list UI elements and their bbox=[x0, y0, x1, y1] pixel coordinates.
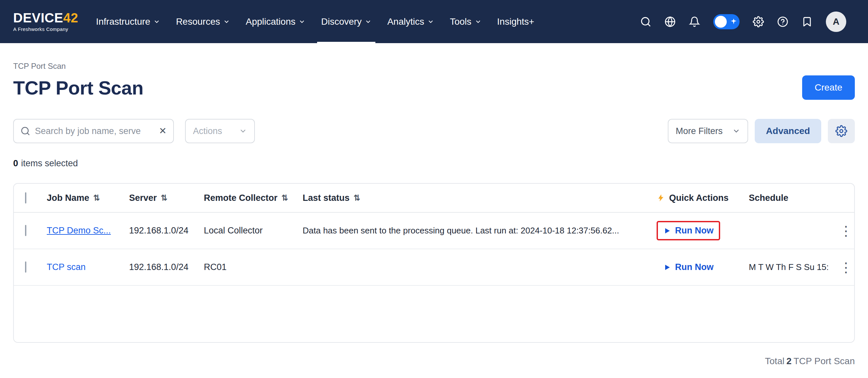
row-cell-schedule: M T W Th F S Su 15: bbox=[749, 262, 838, 272]
nav-item-label: Resources bbox=[176, 17, 220, 27]
column-label: Schedule bbox=[749, 193, 788, 203]
chevron-down-icon bbox=[732, 127, 740, 135]
header-cell-checkbox bbox=[14, 193, 47, 203]
column-label: Job Name bbox=[47, 193, 89, 203]
nav-item-label: Tools bbox=[450, 17, 471, 27]
search-icon bbox=[21, 126, 30, 136]
actions-dropdown-label: Actions bbox=[193, 126, 222, 136]
chevron-down-icon bbox=[239, 127, 247, 135]
brand-name-text: DEVICE bbox=[13, 10, 63, 25]
column-label: Server bbox=[129, 193, 157, 203]
search-icon[interactable] bbox=[640, 16, 651, 27]
kebab-menu-icon[interactable]: ⋮ bbox=[838, 224, 854, 238]
row-cell-job-name: TCP Demo Sc... bbox=[47, 225, 129, 236]
header-cell-remote-collector[interactable]: Remote Collector ⇅ bbox=[204, 193, 303, 203]
play-icon bbox=[663, 227, 671, 235]
row-checkbox[interactable] bbox=[25, 225, 26, 236]
header-cell-quick-actions: Quick Actions bbox=[657, 193, 749, 203]
row-checkbox[interactable] bbox=[25, 261, 26, 273]
table-header-row: Job Name ⇅ Server ⇅ Remote Collector ⇅ L… bbox=[14, 184, 854, 213]
sort-icon[interactable]: ⇅ bbox=[354, 193, 360, 202]
gear-icon[interactable] bbox=[753, 16, 764, 27]
advanced-button[interactable]: Advanced bbox=[755, 119, 821, 143]
help-icon[interactable] bbox=[777, 16, 788, 27]
row-cell-job-name: TCP scan bbox=[47, 262, 129, 272]
sun-icon bbox=[731, 18, 737, 25]
nav-item-infrastructure[interactable]: Infrastructure bbox=[88, 0, 168, 43]
total-label: Total bbox=[765, 356, 784, 366]
bell-icon[interactable] bbox=[689, 16, 700, 27]
chevron-down-icon bbox=[427, 19, 434, 25]
brand-tagline: A Freshworks Company bbox=[13, 26, 78, 32]
job-name-link[interactable]: TCP scan bbox=[47, 262, 86, 272]
nav-item-discovery[interactable]: Discovery bbox=[313, 0, 379, 43]
toolbar: ✕ Actions More Filters Advanced bbox=[13, 119, 855, 143]
search-box[interactable]: ✕ bbox=[13, 119, 174, 143]
main-nav: Infrastructure Resources Applications Di… bbox=[88, 0, 542, 43]
brand-name: DEVICE42 bbox=[13, 11, 78, 24]
row-cell-checkbox bbox=[14, 225, 47, 236]
header-cell-schedule: Schedule bbox=[749, 193, 838, 203]
actions-dropdown[interactable]: Actions bbox=[185, 119, 255, 143]
chevron-down-icon bbox=[365, 19, 371, 25]
lightning-icon bbox=[657, 194, 665, 202]
row-cell-last-status: Data has been sent to the processing que… bbox=[303, 225, 657, 236]
breadcrumb[interactable]: TCP Port Scan bbox=[13, 62, 855, 71]
page-header: TCP Port Scan Create bbox=[13, 75, 855, 100]
table-row: TCP Demo Sc... 192.168.1.0/24 Local Coll… bbox=[14, 213, 854, 249]
globe-icon[interactable] bbox=[664, 16, 676, 27]
header-cell-server[interactable]: Server ⇅ bbox=[129, 193, 204, 203]
kebab-menu-icon[interactable]: ⋮ bbox=[838, 261, 854, 274]
total-count: 2 bbox=[786, 356, 792, 366]
sort-icon[interactable]: ⇅ bbox=[282, 193, 288, 202]
page-title: TCP Port Scan bbox=[13, 77, 143, 99]
run-now-button[interactable]: Run Now bbox=[663, 262, 714, 272]
nav-item-insights[interactable]: Insights+ bbox=[489, 0, 542, 43]
sort-icon[interactable]: ⇅ bbox=[93, 193, 100, 202]
more-filters-dropdown[interactable]: More Filters bbox=[668, 119, 748, 143]
highlight-box: Run Now bbox=[657, 221, 720, 240]
chevron-down-icon bbox=[299, 19, 305, 25]
nav-item-tools[interactable]: Tools bbox=[442, 0, 489, 43]
nav-item-label: Applications bbox=[246, 17, 296, 27]
job-name-link[interactable]: TCP Demo Sc... bbox=[47, 225, 111, 235]
table-total: Total2TCP Port Scan bbox=[13, 356, 855, 367]
nav-item-analytics[interactable]: Analytics bbox=[379, 0, 442, 43]
create-button[interactable]: Create bbox=[802, 75, 855, 100]
play-icon bbox=[663, 263, 671, 271]
more-filters-label: More Filters bbox=[676, 126, 723, 136]
row-cell-quick-actions: Run Now bbox=[657, 221, 749, 240]
brand-logo[interactable]: DEVICE42 A Freshworks Company bbox=[13, 11, 78, 32]
navbar-icons: A bbox=[640, 0, 846, 43]
nav-item-label: Analytics bbox=[387, 17, 424, 27]
row-cell-server: 192.168.1.0/24 bbox=[129, 225, 204, 236]
sort-icon[interactable]: ⇅ bbox=[161, 193, 167, 202]
nav-item-applications[interactable]: Applications bbox=[238, 0, 313, 43]
row-cell-remote-collector: Local Collector bbox=[204, 225, 303, 236]
column-label: Last status bbox=[303, 193, 350, 203]
run-now-wrapper: Run Now bbox=[657, 257, 720, 277]
nav-item-resources[interactable]: Resources bbox=[168, 0, 238, 43]
bookmark-icon[interactable] bbox=[802, 16, 813, 27]
top-navbar: DEVICE42 A Freshworks Company Infrastruc… bbox=[0, 0, 868, 43]
select-all-checkbox[interactable] bbox=[25, 192, 26, 203]
table-settings-button[interactable] bbox=[828, 119, 855, 143]
theme-toggle[interactable] bbox=[713, 14, 740, 29]
search-input[interactable] bbox=[35, 126, 154, 136]
selection-info: 0items selected bbox=[13, 158, 855, 168]
nav-item-label: Insights+ bbox=[497, 17, 534, 27]
clear-search-icon[interactable]: ✕ bbox=[159, 126, 166, 136]
nav-item-label: Infrastructure bbox=[96, 17, 150, 27]
avatar[interactable]: A bbox=[826, 11, 846, 32]
header-cell-job-name[interactable]: Job Name ⇅ bbox=[47, 193, 129, 203]
selected-suffix: items selected bbox=[21, 158, 78, 168]
header-cell-last-status[interactable]: Last status ⇅ bbox=[303, 193, 657, 203]
chevron-down-icon bbox=[223, 19, 230, 25]
run-now-button[interactable]: Run Now bbox=[663, 225, 714, 236]
total-suffix: TCP Port Scan bbox=[794, 356, 855, 366]
column-label: Quick Actions bbox=[669, 193, 729, 203]
nav-item-label: Discovery bbox=[321, 17, 362, 27]
selected-count: 0 bbox=[13, 158, 18, 168]
row-cell-quick-actions: Run Now bbox=[657, 257, 749, 277]
chevron-down-icon bbox=[153, 19, 160, 25]
